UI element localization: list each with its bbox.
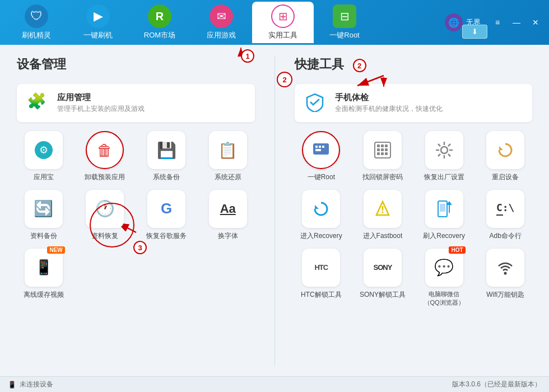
wifi-key-label: Wifi万能钥匙: [486, 290, 524, 300]
svg-rect-10: [319, 146, 321, 148]
health-text: 手机体检 全面检测手机的健康状况，快速优化: [335, 92, 443, 114]
left-panel: 设备管理 🧩 应用管理 管理手机上安装的应用及游戏 ⚙ 应用宝: [17, 56, 255, 365]
annotation-num-2: 2: [353, 59, 366, 72]
offline-video-label: 离线缓存视频: [24, 290, 64, 300]
nav-rom-market[interactable]: R ROM市场: [129, 2, 190, 43]
factory-reset-label: 恢复出厂设置: [424, 172, 464, 182]
tool-change-font[interactable]: Aa 换字体: [201, 190, 255, 241]
tool-flash-recovery[interactable]: 刷入Recovery: [417, 190, 471, 241]
close-button[interactable]: ✕: [528, 15, 543, 30]
wechat-icon-box: 💬 HOT: [425, 249, 463, 287]
one-root-label: 一键Root: [308, 172, 335, 182]
enter-recovery-label: 进入Recovery: [300, 231, 342, 241]
main-content: 设备管理 🧩 应用管理 管理手机上安装的应用及游戏 ⚙ 应用宝: [0, 45, 549, 376]
health-icon: [305, 92, 327, 114]
right-panel-title: 快捷工具: [295, 56, 344, 73]
health-title: 手机体检: [335, 92, 443, 103]
svg-rect-12: [315, 149, 321, 151]
svg-rect-17: [377, 148, 380, 151]
data-restore-icon-box: 🕐: [86, 190, 124, 228]
tool-data-restore[interactable]: 🕐 资料恢复: [78, 190, 132, 241]
tool-system-restore[interactable]: 📋 系统还原: [201, 131, 255, 182]
tool-wechat[interactable]: 💬 HOT 电脑聊微信（QQ浏览器）: [417, 249, 471, 307]
app-manage-title: 应用管理: [57, 92, 145, 103]
puzzle-icon: 🧩: [27, 92, 49, 114]
nav-flash-wizard[interactable]: 🛡 刷机精灵: [6, 2, 67, 43]
svg-point-23: [441, 147, 448, 153]
health-desc: 全面检测手机的健康状况，快速优化: [335, 104, 443, 114]
tool-google-restore[interactable]: G 恢复谷歌服务: [139, 190, 193, 241]
enter-recovery-icon-box: [302, 190, 340, 228]
svg-rect-16: [385, 144, 388, 147]
svg-line-31: [438, 154, 440, 156]
tool-uninstall[interactable]: 🗑 卸载预装应用: [78, 131, 132, 182]
find-lock-pwd-label: 找回锁屏密码: [362, 172, 403, 182]
svg-rect-15: [381, 144, 384, 147]
wechat-label: 电脑聊微信（QQ浏览器）: [424, 290, 464, 307]
svg-rect-22: [385, 152, 388, 155]
nav-utility-tools-label: 实用工具: [268, 30, 297, 40]
download-button[interactable]: ⬇: [462, 25, 487, 39]
svg-marker-32: [499, 146, 503, 150]
nav-flash-wizard-label: 刷机精灵: [22, 30, 51, 40]
yingyongbao-label: 应用宝: [34, 172, 54, 182]
one-root-icon-box: [302, 131, 340, 169]
nav-one-click-flash[interactable]: ▶ 一键刷机: [67, 2, 129, 43]
data-restore-label: 资料恢复: [91, 231, 118, 241]
tool-enter-recovery[interactable]: 进入Recovery: [295, 190, 348, 241]
nav-app-games-label: 应用游戏: [207, 30, 236, 40]
svg-point-41: [504, 272, 507, 274]
status-icon: 📱: [8, 381, 16, 389]
change-font-icon-box: Aa: [209, 190, 247, 228]
sony-unlock-icon-box: SONY: [364, 249, 402, 287]
panel-divider: [274, 56, 275, 365]
offline-video-icon-box: 📱 NEW: [25, 249, 63, 287]
user-avatar: 🌐: [445, 13, 463, 31]
left-tools-grid: ⚙ 应用宝 🗑 卸载预装应用 💾 系统备份 📋: [17, 131, 255, 299]
uninstall-label: 卸载预装应用: [85, 172, 125, 182]
flash-recovery-label: 刷入Recovery: [423, 231, 465, 241]
hot-badge: HOT: [449, 246, 465, 254]
tool-wifi-key[interactable]: Wifi万能钥匙: [478, 249, 532, 307]
nav-one-click-root[interactable]: ⊟ 一键Root: [314, 2, 375, 43]
google-restore-label: 恢复谷歌服务: [146, 231, 187, 241]
enter-fastboot-label: 进入Fastboot: [363, 231, 403, 241]
nav-one-click-root-label: 一键Root: [329, 30, 359, 40]
tool-system-backup[interactable]: 💾 系统备份: [139, 131, 193, 182]
tool-one-root[interactable]: 一键Root: [295, 131, 348, 182]
svg-rect-20: [377, 152, 380, 155]
find-lock-pwd-icon-box: [364, 131, 402, 169]
restart-label: 重启设备: [492, 172, 519, 182]
tool-factory-reset[interactable]: 恢复出厂设置: [417, 131, 471, 182]
yingyongbao-icon-box: ⚙: [25, 131, 63, 169]
htc-unlock-label: HTC解锁工具: [301, 290, 342, 300]
tool-find-lock-pwd[interactable]: 找回锁屏密码: [356, 131, 410, 182]
minimize-button[interactable]: —: [509, 15, 524, 30]
left-panel-title: 设备管理: [17, 56, 255, 73]
svg-rect-11: [322, 146, 324, 148]
status-bar: 📱 未连接设备 版本3.0.6（已经是最新版本）: [0, 376, 549, 392]
htc-unlock-icon-box: HTC: [302, 249, 340, 287]
nav-utility-tools[interactable]: ⊞ 实用工具: [252, 2, 314, 43]
tool-offline-video[interactable]: 📱 NEW 离线缓存视频: [17, 249, 71, 300]
tool-restart[interactable]: 重启设备: [478, 131, 532, 182]
svg-rect-14: [377, 144, 380, 147]
svg-rect-38: [440, 204, 445, 212]
health-card[interactable]: 手机体检 全面检测手机的健康状况，快速优化: [295, 84, 533, 122]
nav-app-games[interactable]: ✉ 应用游戏: [190, 2, 252, 43]
tool-htc-unlock[interactable]: HTC HTC解锁工具: [295, 249, 348, 307]
svg-rect-9: [315, 146, 318, 148]
system-restore-icon-box: 📋: [209, 131, 247, 169]
tool-enter-fastboot[interactable]: 进入Fastboot: [356, 190, 410, 241]
system-restore-label: 系统还原: [215, 172, 241, 182]
tool-data-backup[interactable]: 🔄 资料备份: [17, 190, 71, 241]
restart-icon-box: [486, 131, 524, 169]
app-manage-card[interactable]: 🧩 应用管理 管理手机上安装的应用及游戏: [17, 84, 255, 122]
tool-sony-unlock[interactable]: SONY SONY解锁工具: [356, 249, 410, 307]
tool-adb-cmd[interactable]: C:\ Adb命令行: [478, 190, 532, 241]
app-manage-desc: 管理手机上安装的应用及游戏: [57, 104, 145, 114]
sony-unlock-label: SONY解锁工具: [360, 290, 406, 300]
flash-recovery-icon-box: [425, 190, 463, 228]
tool-yingyongbao[interactable]: ⚙ 应用宝: [17, 131, 71, 182]
enter-fastboot-icon-box: [364, 190, 402, 228]
